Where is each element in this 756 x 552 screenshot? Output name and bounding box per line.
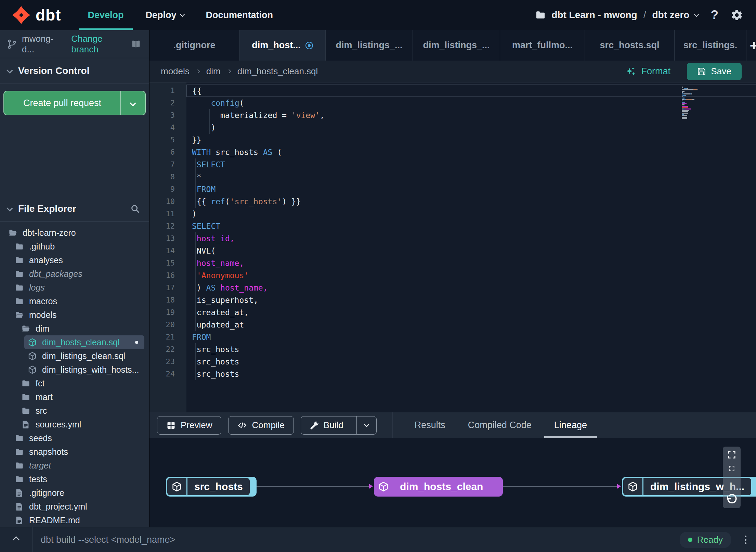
format-label: Format	[641, 66, 670, 77]
tree-item[interactable]: seeds	[11, 431, 144, 445]
version-control-header[interactable]: Version Control	[0, 58, 149, 84]
tree-item[interactable]: .github	[11, 240, 144, 253]
tree-item[interactable]: logs	[11, 281, 144, 294]
chevron-right-icon	[227, 69, 231, 74]
tree-item[interactable]: macros	[11, 294, 144, 308]
indent-guide	[195, 257, 196, 269]
editor-minimap[interactable]	[682, 87, 700, 119]
fullscreen-icon[interactable]	[727, 450, 737, 460]
indent-guide	[195, 183, 196, 195]
tab-lineage[interactable]: Lineage	[554, 412, 587, 438]
undo-icon[interactable]	[726, 493, 738, 505]
editor-tab[interactable]: dim_host...	[239, 30, 326, 61]
line-number: 12	[149, 220, 186, 232]
kebab-menu-icon[interactable]	[745, 536, 756, 544]
indent-guide	[195, 245, 196, 257]
tree-item[interactable]: dbt_packages	[11, 267, 144, 281]
dbt-logo-word: dbt	[36, 6, 61, 24]
tree-item[interactable]: dbt-learn-zero	[5, 226, 144, 240]
editor-tab[interactable]: dim_listings_...	[413, 30, 500, 61]
tree-item[interactable]: analyses	[11, 253, 144, 267]
tree-item[interactable]: models	[11, 308, 144, 322]
create-pull-request-button[interactable]: Create pull request	[3, 91, 146, 115]
line-content: NVL(	[186, 245, 756, 257]
line-number: 7	[149, 158, 186, 171]
indent-guide	[195, 232, 196, 245]
code-editor[interactable]: 1{{2 config(3 materialized = 'view',4 )5…	[149, 82, 756, 412]
pr-dropdown-caret[interactable]	[120, 91, 145, 115]
lineage-node[interactable]: dim_hosts_clean	[374, 477, 503, 497]
format-button[interactable]: Format	[625, 66, 670, 77]
tree-item[interactable]: dbt_project.yml	[11, 500, 144, 513]
build-label: Build	[324, 420, 343, 431]
tree-item[interactable]: sources.yml	[18, 418, 144, 431]
book-icon[interactable]	[131, 39, 141, 50]
breadcrumb-dim[interactable]: dim	[206, 66, 221, 77]
nav-deploy[interactable]: Deploy	[140, 0, 190, 30]
line-content: host_name,	[186, 257, 756, 269]
breadcrumb-models[interactable]: models	[161, 66, 190, 77]
project-selector[interactable]: dbt Learn - mwong / dbt zero	[535, 10, 698, 21]
tree-item-label: README.md	[29, 515, 80, 525]
lineage-node[interactable]: src_hosts	[166, 477, 257, 497]
dbt-logo[interactable]: dbt	[0, 5, 74, 25]
tree-item[interactable]: dim_hosts_clean.sql	[24, 335, 144, 349]
tree-item[interactable]: README.md	[11, 513, 144, 527]
editor-tab[interactable]: mart_fullmo...	[500, 30, 585, 61]
tree-item[interactable]: fct	[18, 376, 144, 390]
tree-item[interactable]: snapshots	[11, 445, 144, 459]
editor-tab[interactable]: src_listings.	[675, 30, 746, 61]
tree-item[interactable]: mart	[18, 390, 144, 404]
lineage-edge	[503, 486, 617, 487]
search-icon[interactable]	[130, 204, 140, 214]
build-button[interactable]: Build	[301, 416, 377, 435]
new-tab-button[interactable]: +	[746, 30, 756, 61]
editor-tab[interactable]: src_hosts.sql	[585, 30, 675, 61]
minimize-icon[interactable]	[728, 465, 735, 472]
editor-tab[interactable]: .gitignore	[149, 30, 239, 61]
file-explorer-header[interactable]: File Explorer	[0, 196, 149, 222]
save-icon	[697, 67, 706, 76]
tab-compiled-code[interactable]: Compiled Code	[468, 412, 532, 438]
tree-item[interactable]: target	[11, 459, 144, 472]
model-cube-icon	[28, 351, 37, 361]
tree-item-label: dim_listings_with_hosts...	[42, 365, 139, 375]
model-cube-icon	[374, 477, 393, 497]
indent-guide	[195, 282, 196, 294]
tree-item[interactable]: src	[18, 404, 144, 418]
command-bar-toggle[interactable]	[0, 527, 32, 552]
folder-open-icon	[8, 228, 17, 238]
nav-develop[interactable]: Develop	[82, 0, 130, 30]
breadcrumb-file[interactable]: dim_hosts_clean.sql	[237, 66, 318, 77]
line-content: updated_at	[186, 319, 756, 331]
line-number: 9	[149, 183, 186, 195]
tree-item[interactable]: tests	[11, 472, 144, 486]
line-number: 10	[149, 195, 186, 208]
tree-item[interactable]: dim_listings_clean.sql	[24, 349, 144, 363]
command-input[interactable]: dbt build --select <model_name>	[32, 535, 680, 545]
nav-documentation[interactable]: Documentation	[200, 0, 279, 30]
file-icon	[15, 502, 24, 511]
chevron-down-icon	[6, 67, 13, 73]
editor-header: models dim dim_hosts_clean.sql Format	[149, 61, 756, 82]
lineage-canvas[interactable]: src_hostsdim_hosts_cleandim_listings_w_h…	[149, 438, 756, 527]
chevron-up-icon	[13, 536, 19, 543]
tree-item[interactable]: .gitignore	[11, 486, 144, 500]
build-dropdown-caret[interactable]	[356, 416, 376, 434]
change-branch-link[interactable]: Change branch	[71, 34, 126, 55]
compile-button[interactable]: Compile	[228, 416, 294, 435]
preview-button[interactable]: Preview	[157, 416, 221, 435]
editor-tab[interactable]: dim_listings_...	[326, 30, 413, 61]
tree-item[interactable]: dim_listings_with_hosts...	[24, 363, 144, 376]
tree-item[interactable]: dim	[18, 322, 144, 335]
line-content: FROM	[186, 331, 756, 343]
tab-results[interactable]: Results	[415, 412, 445, 438]
line-content: is_superhost,	[186, 294, 756, 306]
build-button-main[interactable]: Build	[301, 416, 352, 434]
pr-area: Create pull request	[0, 84, 149, 115]
tree-item-label: fct	[36, 378, 44, 388]
gear-icon[interactable]	[731, 9, 743, 21]
help-icon[interactable]: ?	[711, 8, 718, 22]
save-button[interactable]: Save	[687, 63, 742, 80]
folder-open-icon	[15, 310, 24, 320]
